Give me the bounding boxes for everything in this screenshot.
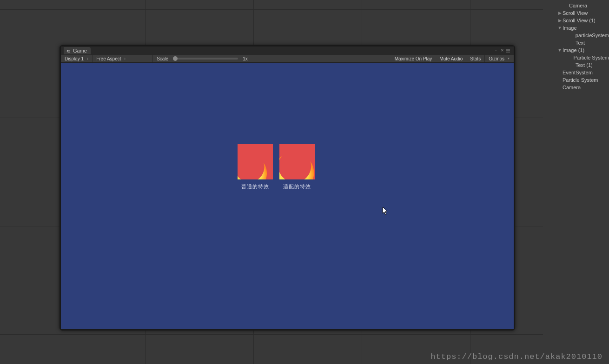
hierarchy-item-label: Camera [563,84,581,91]
hierarchy-item-label: Particle System [563,76,598,84]
mute-audio-toggle[interactable]: Mute Audio [436,56,466,61]
hierarchy-item[interactable]: Particle System [543,54,609,61]
hierarchy-item-label: Scroll View [563,9,588,17]
close-icon[interactable]: ✕ [501,48,505,53]
hierarchy-item-label: Camera [569,2,587,9]
demo-content: 普通的特效 [238,144,315,190]
hierarchy-item[interactable]: EventSystem [543,69,609,76]
demo-label-adapted: 适配的特效 [283,183,311,190]
hierarchy-item[interactable]: Particle System [543,76,609,84]
gizmos-dropdown[interactable]: Gizmos [484,55,514,62]
image-normal [238,144,273,179]
hierarchy-item-label: particleSystem [576,32,609,39]
particle-effect-normal [238,149,270,179]
hierarchy-item[interactable]: Text [543,39,609,46]
hierarchy-item-label: Text (1) [576,61,593,69]
particle-effect-adapted [279,146,315,179]
hierarchy-item-label: Particle System [574,54,609,61]
demo-card-adapted: 适配的特效 [279,144,315,190]
hierarchy-item[interactable]: Text (1) [543,61,609,69]
hierarchy-item[interactable]: Camera [543,2,609,9]
hierarchy-item[interactable]: ▶Scroll View [543,9,609,17]
game-panel: ⊂ Game ▫ ✕ Display 1 Free Aspect Scale [60,45,515,331]
dock-icon[interactable]: ▫ [495,48,500,53]
context-menu-icon[interactable] [506,48,512,53]
foldout-icon[interactable]: ▼ [557,46,563,54]
foldout-icon[interactable]: ▶ [557,17,563,24]
hierarchy-item-label: Image [563,24,577,32]
watermark: https://blog.csdn.net/akak2010110 [430,352,602,361]
foldout-icon[interactable]: ▼ [557,24,563,32]
hierarchy-item[interactable]: particleSystem [543,32,609,39]
hierarchy-item[interactable]: ▼Image (1) [543,46,609,54]
game-tab-bar: ⊂ Game ▫ ✕ [61,46,514,55]
hierarchy-item[interactable]: Camera [543,84,609,91]
demo-card-normal: 普通的特效 [238,144,273,190]
game-toolbar: Display 1 Free Aspect Scale 1x Maximize … [61,55,514,63]
tab-label: Game [73,48,87,53]
unity-icon: ⊂ [66,48,71,53]
aspect-dropdown[interactable]: Free Aspect [93,55,153,62]
display-dropdown[interactable]: Display 1 [61,55,93,62]
hierarchy-item[interactable]: ▼Image [543,24,609,32]
hierarchy-item[interactable]: ▶Scroll View (1) [543,17,609,24]
image-adapted [279,144,315,179]
foldout-icon[interactable]: ▶ [557,9,563,17]
scale-control[interactable]: Scale 1x [153,55,252,62]
tab-game[interactable]: ⊂ Game [64,47,91,54]
scale-slider[interactable] [173,58,238,60]
stats-toggle[interactable]: Stats [466,56,484,61]
scale-slider-thumb[interactable] [173,56,178,61]
hierarchy-item-label: Scroll View (1) [563,17,596,24]
maximize-on-play-toggle[interactable]: Maximize On Play [391,56,436,61]
hierarchy-item-label: EventSystem [563,69,593,76]
hierarchy-panel: Camera▶Scroll View▶Scroll View (1)▼Image… [543,0,609,364]
hierarchy-item-label: Text [576,39,585,46]
game-view: 普通的特效 [61,63,514,329]
demo-label-normal: 普通的特效 [241,183,269,190]
hierarchy-item-label: Image (1) [563,46,584,54]
